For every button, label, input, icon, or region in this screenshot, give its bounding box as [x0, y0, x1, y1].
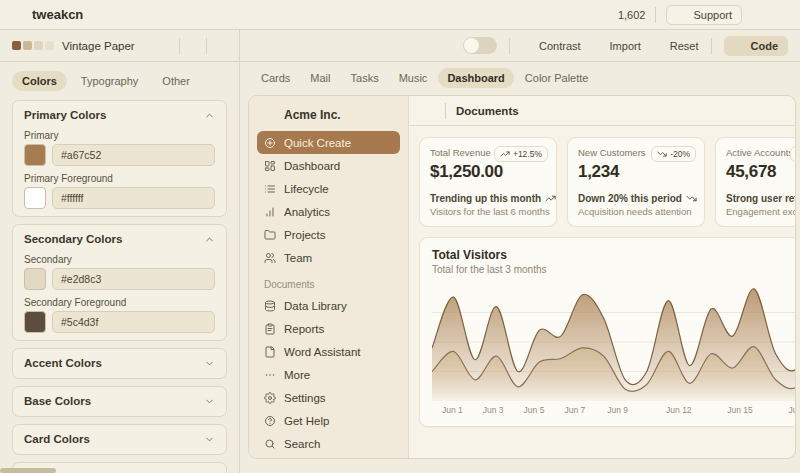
stat-subtext: Engagement exceed targets — [726, 206, 795, 217]
scrollbar-thumb[interactable] — [0, 468, 56, 473]
section-header-accent-colors[interactable]: Accent Colors — [24, 355, 215, 371]
sidebar-item-label: Settings — [284, 392, 326, 404]
stat-subtext: Acquisition needs attention — [578, 206, 694, 217]
color-sections: Primary Colors Primary #a67c52 Primary F… — [12, 100, 227, 473]
color-field: Primary #a67c52 — [24, 130, 215, 166]
sidebar-item-team[interactable]: Team — [257, 246, 400, 269]
sidebar-item-projects[interactable]: Projects — [257, 223, 400, 246]
sidebar-item-search[interactable]: Search — [257, 432, 400, 455]
color-value-input[interactable]: #e2d8c3 — [52, 268, 215, 290]
section-title: Accent Colors — [24, 357, 102, 369]
top-header: tweakcn 1,602 Support — [0, 0, 800, 30]
sidebar-item-word-assistant[interactable]: Word Assistant — [257, 340, 400, 363]
brand[interactable]: tweakcn — [12, 7, 83, 22]
color-swatch[interactable] — [24, 187, 46, 209]
preview-tab-tasks[interactable]: Tasks — [342, 68, 388, 88]
section-header-secondary-colors[interactable]: Secondary Colors — [24, 231, 215, 247]
sidebar-item-data-library[interactable]: Data Library — [257, 294, 400, 317]
maximize-icon — [776, 72, 788, 84]
sidebar-item-reports[interactable]: Reports — [257, 317, 400, 340]
preview-tab-dashboard[interactable]: Dashboard — [438, 68, 513, 88]
color-swatch[interactable] — [24, 311, 46, 333]
reset-label: Reset — [670, 40, 699, 52]
tweakcn-logo-icon — [12, 8, 26, 22]
github-icon — [599, 8, 613, 22]
github-stars[interactable]: 1,602 — [599, 8, 646, 22]
discord-icon[interactable] — [752, 8, 766, 22]
toggle-knob — [464, 38, 479, 53]
folder-icon — [264, 229, 276, 241]
section-title: Card Colors — [24, 433, 90, 445]
color-value-input[interactable]: #5c4d3f — [52, 311, 215, 333]
import-label: Import — [610, 40, 641, 52]
color-field: Primary Foreground #ffffff — [24, 173, 215, 209]
support-button[interactable]: Support — [666, 5, 742, 25]
color-swatch[interactable] — [24, 268, 46, 290]
section-base-colors: Base Colors — [12, 386, 227, 417]
code-button[interactable]: Code — [724, 36, 789, 56]
sidebar-item-settings[interactable]: Settings — [257, 386, 400, 409]
dashboard-content: Documents Total Revenue +12.5% $1,250.00… — [409, 96, 795, 458]
chevron-down-icon — [204, 434, 215, 445]
theme-selector[interactable]: Vintage Paper — [6, 40, 179, 52]
preview-controls: Contrast Import Reset Code — [240, 30, 800, 61]
theme-mode-toggle[interactable] — [463, 37, 497, 54]
stat-title: Active Accounts — [726, 147, 795, 158]
divider — [655, 7, 656, 23]
breadcrumb: Documents — [456, 105, 519, 117]
chart-title: Total Visitors — [432, 248, 795, 262]
theme-swatch — [23, 41, 32, 50]
chart-icon — [264, 206, 276, 218]
sidebar-item-label: Data Library — [284, 300, 347, 312]
code-icon — [734, 40, 746, 52]
color-swatch[interactable] — [24, 144, 46, 166]
sidebar-item-more[interactable]: More — [257, 363, 400, 386]
stat-value: $1,250.00 — [430, 162, 546, 182]
sidebar-item-quick-create[interactable]: Quick Create — [257, 131, 400, 154]
section-header-card-colors[interactable]: Card Colors — [24, 431, 215, 447]
preview-tab-music[interactable]: Music — [390, 68, 437, 88]
section-accent-colors: Accent Colors — [12, 348, 227, 379]
color-field-label: Secondary — [24, 254, 215, 265]
fullscreen-button[interactable] — [776, 72, 788, 84]
color-field: Secondary Foreground #5c4d3f — [24, 297, 215, 333]
preview-panel: CardsMailTasksMusicDashboardColor Palett… — [240, 62, 800, 473]
theme-prev-button[interactable] — [180, 34, 206, 58]
sidebar-item-dashboard[interactable]: Dashboard — [257, 154, 400, 177]
editor-tab-colors[interactable]: Colors — [12, 71, 67, 91]
x-tick-label: Jun 15 — [727, 405, 753, 415]
preview-tab-color-palette[interactable]: Color Palette — [516, 68, 598, 88]
sidebar-item-label: Team — [284, 252, 312, 264]
org-switcher[interactable]: Acme Inc. — [257, 103, 400, 131]
sidebar-item-get-help[interactable]: Get Help — [257, 409, 400, 432]
editor-tab-other[interactable]: Other — [152, 71, 200, 91]
x-tick-label: Jun 3 — [483, 405, 504, 415]
preview-tab-cards[interactable]: Cards — [252, 68, 299, 88]
preview-tab-mail[interactable]: Mail — [301, 68, 339, 88]
sidebar-nav-documents: Data Library Reports Word Assistant More — [257, 294, 400, 386]
section-header-primary-colors[interactable]: Primary Colors — [24, 107, 215, 123]
sidebar-toggle-icon[interactable] — [421, 104, 435, 118]
contrast-button[interactable]: Contrast — [522, 40, 581, 52]
dashboard-body: Total Revenue +12.5% $1,250.00 Trending … — [409, 126, 795, 458]
chart-subtitle: Total for the last 3 months — [432, 264, 795, 275]
editor-tab-typography[interactable]: Typography — [71, 71, 148, 91]
color-value-input[interactable]: #a67c52 — [52, 144, 215, 166]
color-value-input[interactable]: #ffffff — [52, 187, 215, 209]
header-actions: 1,602 Support — [599, 5, 788, 25]
reset-button[interactable]: Reset — [653, 40, 699, 52]
x-tick-label: Jun 18 — [788, 405, 795, 415]
import-button[interactable]: Import — [593, 40, 641, 52]
user-menu[interactable]: CN shadcn m@example.com — [257, 455, 400, 459]
sidebar-item-label: Dashboard — [284, 160, 340, 172]
report-icon — [264, 323, 276, 335]
chevron-down-icon — [204, 396, 215, 407]
x-icon[interactable] — [776, 9, 788, 21]
sidebar-item-analytics[interactable]: Analytics — [257, 200, 400, 223]
org-logo-icon — [263, 108, 277, 122]
section-card-colors: Card Colors — [12, 424, 227, 455]
theme-name: Vintage Paper — [62, 40, 157, 52]
sidebar-item-lifecycle[interactable]: Lifecycle — [257, 177, 400, 200]
theme-next-button[interactable] — [207, 34, 233, 58]
section-header-base-colors[interactable]: Base Colors — [24, 393, 215, 409]
